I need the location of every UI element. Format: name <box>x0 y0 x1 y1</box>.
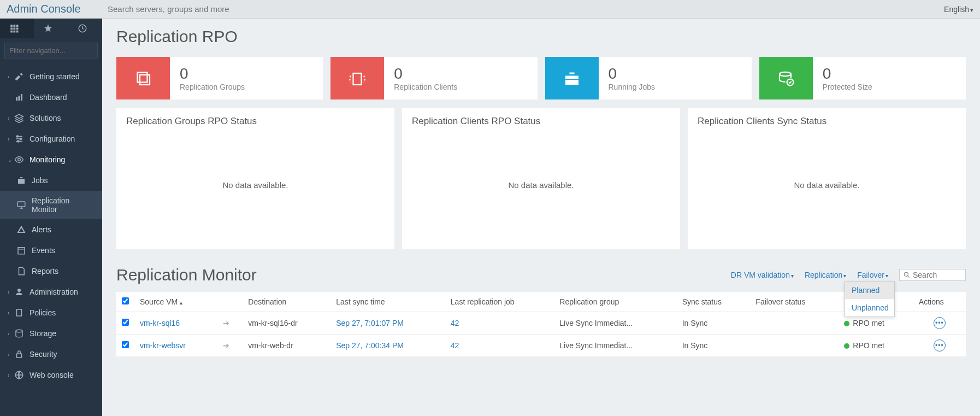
row-checkbox[interactable] <box>122 341 129 348</box>
card-replication-clients[interactable]: 0Replication Clients <box>330 57 537 99</box>
row-actions-button[interactable]: ••• <box>934 339 946 351</box>
card-label: Replication Clients <box>394 83 457 91</box>
col-failover-status[interactable]: Failover status <box>750 292 839 312</box>
svg-rect-0 <box>10 25 13 27</box>
col-last-sync[interactable]: Last sync time <box>330 292 445 312</box>
nav-label: Getting started <box>29 72 80 81</box>
svg-rect-10 <box>16 97 17 101</box>
nav-administration[interactable]: ›Administration <box>0 282 102 302</box>
source-vm-link[interactable]: vm-kr-sql16 <box>140 319 180 327</box>
col-destination[interactable]: Destination <box>243 292 330 312</box>
card-protected-size[interactable]: 0Protected Size <box>759 57 966 99</box>
nav-replication-monitor[interactable]: Replication Monitor <box>0 191 102 219</box>
col-last-job[interactable]: Last replication job <box>445 292 554 312</box>
global-search[interactable] <box>102 1 430 17</box>
nav-solutions[interactable]: ›Solutions <box>0 108 102 128</box>
last-job-link[interactable]: 42 <box>451 319 459 327</box>
source-vm-link[interactable]: vm-kr-websvr <box>140 341 186 350</box>
cell-group: Live Sync Immediat... <box>554 335 676 357</box>
failover-unplanned-option[interactable]: Unplanned <box>845 299 894 317</box>
nav-storage[interactable]: ›Storage <box>0 323 102 344</box>
clients-icon <box>330 57 384 99</box>
svg-rect-26 <box>17 309 22 316</box>
col-sync-status[interactable]: Sync status <box>677 292 751 312</box>
svg-rect-30 <box>138 73 147 83</box>
chevron-right-icon: › <box>8 310 13 316</box>
svg-rect-32 <box>353 73 362 85</box>
failover-dropdown[interactable]: Failover <box>857 271 888 279</box>
nav-web-console[interactable]: ›Web console <box>0 365 102 385</box>
status-panels: Replication Groups RPO Status No data av… <box>116 108 966 249</box>
sidebar-tab-navigation[interactable] <box>0 19 34 38</box>
table-search[interactable] <box>899 269 966 281</box>
sidebar-tab-recent[interactable] <box>68 19 102 38</box>
document-icon <box>16 266 26 276</box>
svg-point-18 <box>17 140 19 142</box>
sidebar: ›Getting started Dashboard ›Solutions ›C… <box>0 19 102 416</box>
clipboard-icon <box>14 308 24 318</box>
replication-dropdown[interactable]: Replication <box>805 271 846 279</box>
svg-point-36 <box>904 272 908 276</box>
nav-label: Replication Monitor <box>32 196 96 214</box>
user-icon <box>14 287 24 297</box>
chevron-right-icon: › <box>8 331 13 337</box>
nav-configuration[interactable]: ›Configuration <box>0 128 102 149</box>
card-replication-groups[interactable]: 0Replication Groups <box>116 57 323 99</box>
svg-point-34 <box>780 72 791 77</box>
sidebar-tab-favorites[interactable] <box>34 19 68 38</box>
col-replication-group[interactable]: Replication group <box>554 292 676 312</box>
cell-destination: vm-kr-sql16-dr <box>243 312 330 335</box>
svg-rect-33 <box>565 79 578 80</box>
nav-label: Solutions <box>29 114 61 122</box>
table-row[interactable]: vm-kr-websvr ➔ vm-kr-web-dr Sep 27, 7:00… <box>116 335 966 357</box>
select-all-header[interactable] <box>116 292 134 312</box>
replication-table: Source VM Destination Last sync time Las… <box>116 292 966 357</box>
last-sync-link[interactable]: Sep 27, 7:00:34 PM <box>336 341 404 350</box>
row-actions-button[interactable]: ••• <box>934 317 946 329</box>
svg-rect-7 <box>14 30 16 32</box>
col-actions: Actions <box>913 292 966 312</box>
row-checkbox[interactable] <box>122 319 129 326</box>
wrench-icon <box>14 72 24 81</box>
nav-getting-started[interactable]: ›Getting started <box>0 66 102 87</box>
main-content: Replication RPO 0Replication Groups 0Rep… <box>102 19 980 416</box>
global-search-input[interactable] <box>102 1 430 17</box>
select-all-checkbox[interactable] <box>122 297 129 304</box>
table-search-input[interactable] <box>913 271 962 279</box>
cell-failover-status <box>750 335 839 357</box>
svg-rect-11 <box>19 96 20 101</box>
nav-label: Jobs <box>32 176 48 185</box>
nav: ›Getting started Dashboard ›Solutions ›C… <box>0 66 102 385</box>
language-selector[interactable]: English <box>944 5 973 14</box>
failover-planned-option[interactable]: Planned <box>845 282 894 299</box>
nav-events[interactable]: Events <box>0 240 102 261</box>
nav-label: Monitoring <box>29 155 65 164</box>
nav-filter-input[interactable] <box>4 43 98 58</box>
panel-title: Replication Groups RPO Status <box>126 116 385 127</box>
failover-menu: Planned Unplanned <box>845 281 895 317</box>
nav-security[interactable]: ›Security <box>0 344 102 365</box>
svg-rect-4 <box>14 27 16 30</box>
svg-rect-8 <box>16 30 19 32</box>
nav-reports[interactable]: Reports <box>0 261 102 282</box>
cell-failover-status <box>750 312 839 335</box>
nav-alerts[interactable]: Alerts <box>0 219 102 240</box>
table-row[interactable]: vm-kr-sql16 ➔ vm-kr-sql16-dr Sep 27, 7:0… <box>116 312 966 335</box>
svg-rect-3 <box>10 27 13 30</box>
topbar: Admin Console English <box>0 0 980 19</box>
nav-jobs[interactable]: Jobs <box>0 170 102 191</box>
nav-policies[interactable]: ›Policies <box>0 302 102 323</box>
groups-icon <box>116 57 170 99</box>
last-job-link[interactable]: 42 <box>451 341 459 350</box>
nav-label: Reports <box>32 267 58 276</box>
star-icon <box>43 24 53 33</box>
col-source-vm[interactable]: Source VM <box>134 292 243 312</box>
nav-dashboard[interactable]: Dashboard <box>0 87 102 108</box>
nav-monitoring[interactable]: ⌄Monitoring <box>0 149 102 170</box>
card-running-jobs[interactable]: 0Running Jobs <box>545 57 752 99</box>
cell-group: Live Sync Immediat... <box>554 312 676 335</box>
last-sync-link[interactable]: Sep 27, 7:01:07 PM <box>336 319 404 327</box>
dr-vm-validation-dropdown[interactable]: DR VM validation <box>731 271 794 279</box>
cell-sync-status: In Sync <box>677 312 751 335</box>
card-label: Replication Groups <box>180 83 245 91</box>
